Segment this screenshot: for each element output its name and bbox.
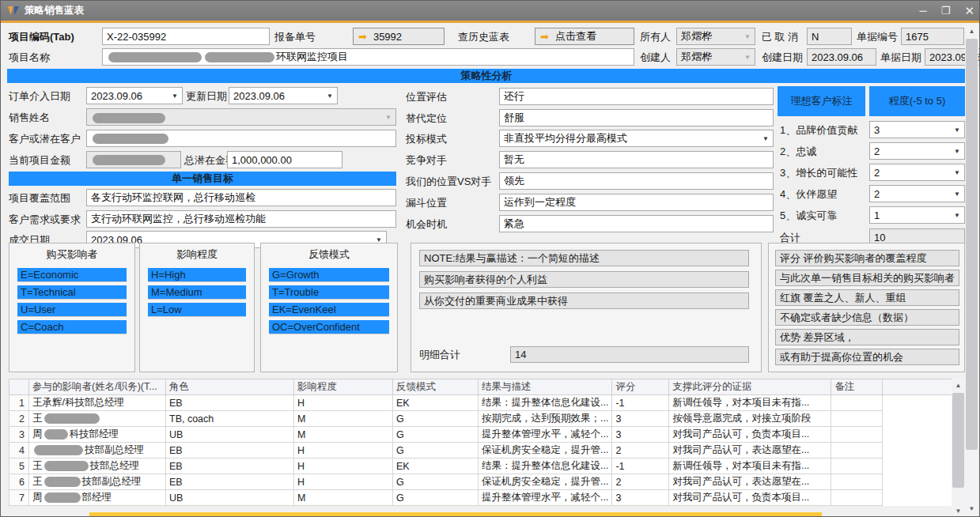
opportunity-timing-label: 机会时机 (406, 216, 447, 233)
scroll-down-icon[interactable]: ▼ (952, 504, 965, 517)
history-bluesheet-button[interactable]: 查历史蓝表 (458, 28, 509, 46)
position-vs-rival-label: 我们的位置VS对手 (406, 173, 491, 191)
report-no-link[interactable]: ➡ 35992 (353, 28, 445, 45)
table-row[interactable]: 6 王技部副总经理 EB H G 保证机房安全稳定，提升管... 2 对我司产品… (9, 474, 958, 490)
project-code-label: 项目编码(Tab) (9, 28, 74, 46)
total-potential-input[interactable]: 1,000,000.00 (227, 151, 342, 168)
customer-input[interactable] (86, 130, 396, 147)
window-title: 策略销售蓝表 (25, 4, 84, 17)
table-row[interactable]: 5 王技部总经理 EB H EK 结果：提升整体信息化建设... -1 新调任领… (9, 459, 958, 474)
project-code-input[interactable]: X-22-035992 (102, 28, 270, 45)
cell-name: 王技部副总经理 (29, 474, 166, 490)
growth-potential-select[interactable]: 2▼ (869, 164, 965, 181)
legend-item: H=High (148, 268, 246, 282)
project-name-input[interactable]: 环联网监控项目 (102, 48, 634, 66)
cell-evidence: 新调任领导，对本项目未有指... (669, 459, 831, 474)
position-vs-rival-input[interactable]: 领先 (499, 172, 774, 190)
partner-wish-select[interactable]: 2▼ (869, 185, 965, 202)
maximize-button[interactable]: ❐ (941, 5, 951, 17)
competitor-input[interactable]: 暂无 (499, 151, 774, 168)
cell-name: 王承辉/科技部总经理 (29, 395, 166, 411)
brand-value-select[interactable]: 3▼ (869, 121, 965, 138)
buying-influencer-box: 购买影响者 E=Economic T=Technical U=User C=Co… (9, 243, 135, 372)
scroll-up-icon[interactable]: ▲ (952, 379, 965, 392)
col-header-influence[interactable]: 影响程度 (294, 379, 393, 395)
col-header-remark[interactable]: 备注 (831, 379, 883, 395)
table-scrollbar-thumb[interactable] (952, 393, 964, 488)
table-row[interactable]: 2 王 TB, coach M G 按期完成，达到预期效果；... 3 按领导意… (9, 411, 958, 427)
dropdown-arrow-icon: ▼ (744, 54, 751, 61)
redaction-blob (93, 113, 165, 123)
owner-label: 所有人 (640, 28, 671, 46)
legend-item: T=Technical (17, 285, 127, 300)
honesty-select[interactable]: 1▼ (869, 206, 965, 224)
creator-select[interactable]: 郑熠桦▼ (676, 48, 755, 66)
update-date-picker[interactable]: 2023.09.06▼ (229, 87, 338, 104)
cell-score: 3 (612, 427, 669, 443)
col-header-role[interactable]: 角色 (166, 379, 294, 395)
redaction-blob (44, 413, 100, 424)
cell-remark (831, 411, 883, 427)
row-number-header (9, 379, 29, 395)
owner-select[interactable]: 郑熠桦▼ (676, 28, 755, 45)
order-date-label: 订单介入日期 (9, 88, 70, 105)
funnel-position-label: 漏斗位置 (406, 194, 447, 212)
titlebar[interactable]: 策略销售蓝表 (1, 1, 979, 21)
opportunity-timing-input[interactable]: 紧急 (499, 215, 774, 232)
col-header-evidence[interactable]: 支撑此评分的证据 (669, 379, 831, 395)
scroll-up-icon[interactable]: ▲ (965, 25, 978, 38)
cell-role: UB (166, 427, 294, 443)
arrow-right-icon: ➡ (358, 31, 367, 43)
close-button[interactable]: ✕ (964, 4, 974, 18)
ideal-customer-header: 理想客户标注 (778, 86, 865, 116)
cell-evidence: 对我司产品认可，表达愿望在... (669, 474, 831, 490)
demand-label: 客户需求或要求 (9, 211, 81, 228)
scoring-info-box: 评分 评价购买影响者的覆盖程度 与此次单一销售目标相关的购买影响者 红旗 覆盖之… (768, 243, 965, 372)
col-header-feedback[interactable]: 反馈模式 (393, 379, 479, 395)
create-date-field[interactable]: 2023.09.06 (807, 48, 876, 66)
window-scrollbar[interactable]: ▲ ▼ (965, 23, 978, 517)
cell-role: TB, coach (166, 411, 294, 427)
col-header-name[interactable]: 参与的影响者(姓名/职务)(T... (29, 379, 166, 395)
order-date-picker[interactable]: 2023.09.06▼ (86, 87, 183, 104)
loyalty-select[interactable]: 2▼ (869, 142, 965, 160)
redaction-blob (108, 52, 202, 62)
funnel-position-input[interactable]: 运作到一定程度 (499, 194, 774, 211)
alternative-position-label: 替代定位 (406, 110, 447, 127)
coverage-input[interactable]: 各支行动环监控联网，总行移动巡检 (86, 189, 396, 206)
redaction-blob (34, 445, 83, 455)
table-scrollbar[interactable]: ▲ ▼ (952, 379, 965, 517)
sales-name-select[interactable]: ▼ (86, 108, 396, 126)
alternative-position-input[interactable]: 舒服 (499, 109, 774, 126)
cell-evidence: 对我司产品认可，负责本项目... (669, 490, 831, 506)
cell-result: 结果：提升整体信息化建设... (479, 459, 612, 474)
cancelled-field[interactable]: N (807, 28, 852, 45)
cell-feedback: EK (393, 395, 479, 411)
col-header-score[interactable]: 评分 (612, 379, 669, 395)
cell-remark (831, 490, 883, 506)
cell-influence: M (294, 427, 393, 443)
selected-row-highlight[interactable] (89, 512, 822, 517)
position-assessment-input[interactable]: 还行 (499, 88, 774, 105)
table-row[interactable]: 3 周科技部经理 UB M G 提升整体管理水平，减轻个... 3 对我司产品认… (9, 427, 958, 443)
scroll-down-icon[interactable]: ▼ (965, 502, 978, 515)
cell-score: 2 (612, 443, 669, 459)
cell-feedback: G (393, 443, 479, 459)
cell-remark (831, 474, 883, 490)
minimize-button[interactable]: ─ (920, 5, 927, 17)
cell-name: 王技部总经理 (29, 459, 166, 474)
table-row[interactable]: 7 周部经理 UB M G 提升整体管理水平，减轻个... 3 对我司产品认可，… (9, 490, 958, 506)
table-row[interactable]: 1 王承辉/科技部总经理 EB H EK 结果：提升整体信息化建设... -1 … (9, 395, 958, 411)
col-header-result[interactable]: 结果与描述 (479, 379, 612, 395)
window-scrollbar-thumb[interactable] (966, 39, 978, 450)
bidding-mode-select[interactable]: 非直投平均分得分最高模式▼ (499, 130, 774, 147)
doc-no-field[interactable]: 1675 (901, 28, 964, 45)
cell-name: 周部经理 (29, 490, 166, 506)
cell-feedback: G (393, 474, 479, 490)
demand-input[interactable]: 支行动环联网监控，总行移动巡检功能 (86, 210, 396, 228)
table-row[interactable]: 4 技部副总经理 EB H G 保证机房安全稳定，提升管... 2 对我司产品认… (9, 443, 958, 459)
current-amount-field[interactable] (86, 151, 181, 168)
cell-result: 保证机房安全稳定，提升管... (479, 474, 612, 490)
click-to-view-button[interactable]: ➡ 点击查看 (535, 28, 634, 45)
legend-item: M=Medium (148, 285, 246, 300)
